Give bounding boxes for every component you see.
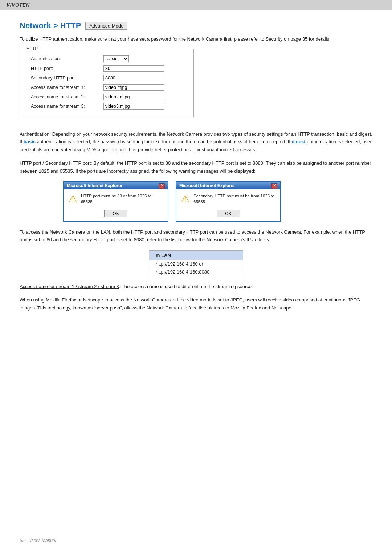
ie-dialog-2-title-text: Microsoft Internet Explorer [179,183,235,188]
auth-desc-text: : Depending on your network security req… [49,131,372,137]
intro-text: To utilize HTTP authentication, make sur… [20,36,372,43]
auth-basic-label: basic [24,139,36,144]
ie-dialog-2-ok[interactable]: OK [217,210,240,217]
http-row-port: HTTP port: [31,65,183,72]
ie-dialog-1-footer: OK [64,209,168,221]
http-row-auth: Authentication: basic digest [31,55,183,62]
http-port-label: HTTP port: [31,66,103,71]
ie-dialog-1-title: Microsoft Internet Explorer ✕ [64,182,168,189]
ie-dialog-1-body: ⚠ HTTP port must be 80 or from 1025 to 6… [64,189,168,209]
lan-table: In LAN http://192.168.4.160 or http://19… [149,250,243,276]
lan-table-row-1: http://192.168.4.160 or [149,260,243,268]
ie-dialog-2-body: ⚠ Secondary HTTP port must be from 1025 … [176,189,280,209]
access-name-desc: : The access name is used to differentia… [119,284,253,289]
ie-dialog-1-message: HTTP port must be 80 or from 1025 to 655… [81,193,163,205]
advanced-mode-button[interactable]: Advanced Mode [85,22,127,30]
ie-dialog-2-message: Secondary HTTP port must be from 1025 to… [193,193,276,205]
lan-description: To access the Network Camera on the LAN,… [20,228,372,244]
access-name-description: Access name for stream 1 / stream 2 / st… [20,283,372,290]
stream2-input[interactable] [103,94,164,100]
ie-dialog-1-title-text: Microsoft Internet Explorer [67,183,122,188]
page-title-text: Network > HTTP [20,21,81,30]
page-title: Network > HTTP Advanced Mode [20,21,372,30]
page-footer: 52 - User's Manual [20,538,56,543]
mozilla-desc-text: When using Mozilla Firefox or Netscape t… [20,296,372,312]
ie-dialog-2-close[interactable]: ✕ [271,183,277,188]
lan-table-row-2: http://192.168.4.160:8080 [149,268,243,276]
auth-digest-label: digest [291,139,305,144]
ie-dialog-2-footer: OK [176,209,280,221]
http-row-stream1: Access name for stream 1: [31,84,183,91]
ie-dialog-1: Microsoft Internet Explorer ✕ ⚠ HTTP por… [63,181,168,222]
secondary-port-label: Secondary HTTP port: [31,75,103,81]
top-bar: VIVOTEK [0,0,392,10]
ie-dialog-1-close[interactable]: ✕ [159,183,165,188]
http-row-stream3: Access name for stream 3: [31,103,183,110]
mozilla-description: When using Mozilla Firefox or Netscape t… [20,296,372,312]
ie-dialog-1-ok[interactable]: OK [104,210,127,217]
stream3-input[interactable] [103,103,164,110]
secondary-port-input[interactable] [103,75,164,81]
lan-table-header: In LAN [149,250,243,260]
ie-dialog-1-warning-icon: ⚠ [68,193,77,205]
ie-dialog-2-title: Microsoft Internet Explorer ✕ [176,182,280,189]
auth-description: Authentication: Depending on your networ… [20,130,372,153]
auth-if-text: If [20,139,24,144]
brand-logo: VIVOTEK [7,2,30,8]
ie-dialogs: Microsoft Internet Explorer ✕ ⚠ HTTP por… [63,181,372,222]
auth-basic-text: authentication is selected, the password… [36,139,291,144]
main-content: Network > HTTP Advanced Mode To utilize … [0,10,392,339]
http-row-stream2: Access name for stream 2: [31,94,183,100]
http-row-secondary-port: Secondary HTTP port: [31,75,183,81]
footer-text: 52 - User's Manual [20,538,56,543]
ie-dialog-2: Microsoft Internet Explorer ✕ ⚠ Secondar… [176,181,281,222]
stream2-label: Access name for stream 2: [31,94,103,99]
auth-select[interactable]: basic digest [103,55,129,62]
lan-desc-text: To access the Network Camera on the LAN,… [20,228,372,244]
stream1-label: Access name for stream 1: [31,85,103,90]
access-name-label: Access name for stream 1 / stream 2 / st… [20,284,119,289]
http-port-input[interactable] [103,65,164,72]
ie-dialog-2-warning-icon: ⚠ [181,193,190,205]
stream3-label: Access name for stream 3: [31,104,103,109]
http-settings-box: HTTP Authentication: basic digest HTTP p… [20,49,194,117]
stream1-input[interactable] [103,84,164,91]
http-box-legend: HTTP [25,46,39,51]
http-port-label-text: HTTP port / Secondary HTTP port [20,160,91,166]
auth-desc-label: Authentication [20,131,49,137]
http-port-description: HTTP port / Secondary HTTP port: By defa… [20,159,372,175]
auth-label: Authentication: [31,56,103,61]
lan-table-wrap: In LAN http://192.168.4.160 or http://19… [20,250,372,276]
